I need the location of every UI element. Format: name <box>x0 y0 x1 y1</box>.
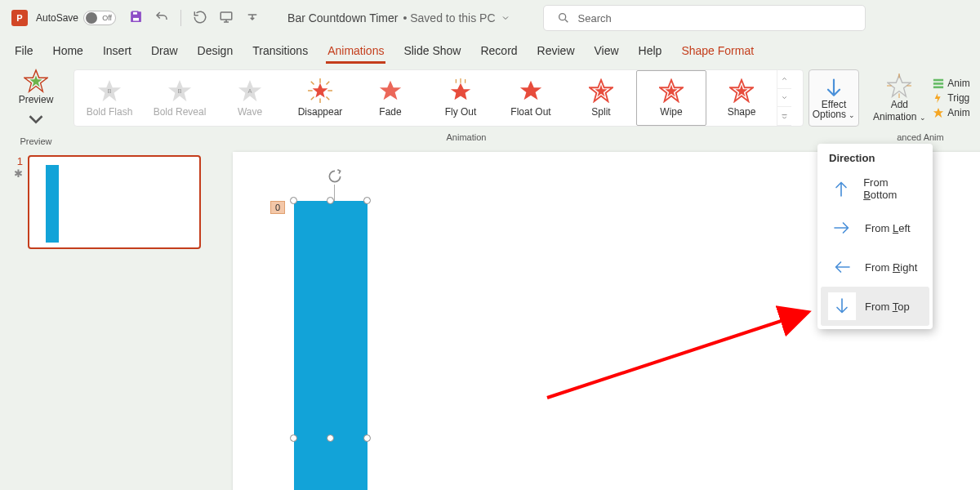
direction-from-bottom[interactable]: From Bottom <box>821 169 929 208</box>
autosave-toggle[interactable]: AutoSave Off <box>36 11 116 25</box>
tab-slideshow[interactable]: Slide Show <box>402 41 462 64</box>
gallery-bold-reveal[interactable]: B Bold Reveal <box>145 70 215 126</box>
effect-options-button[interactable]: Effect Options ⌄ <box>808 69 859 127</box>
star-icon <box>589 78 613 103</box>
svg-marker-42 <box>933 108 943 118</box>
tab-help[interactable]: Help <box>637 41 664 64</box>
ribbon-tabs: File Home Insert Draw Design Transitions… <box>0 36 980 64</box>
arrow-right-icon <box>832 218 852 238</box>
svg-rect-2 <box>132 17 140 21</box>
gallery-float-out[interactable]: Float Out <box>496 70 566 126</box>
tab-file[interactable]: File <box>13 41 35 64</box>
resize-handle[interactable] <box>363 434 371 442</box>
trigger-button[interactable]: Trigg <box>933 92 969 104</box>
star-icon <box>448 78 473 103</box>
star-outline-icon <box>24 69 48 93</box>
gallery-wave[interactable]: A Wave <box>215 70 285 126</box>
tab-transitions[interactable]: Transitions <box>251 41 310 64</box>
preview-button[interactable]: Preview <box>12 67 60 133</box>
gallery-scroll <box>777 70 791 126</box>
star-icon <box>659 78 684 103</box>
star-icon <box>308 78 332 103</box>
svg-rect-40 <box>933 82 943 85</box>
resize-handle[interactable] <box>327 197 334 204</box>
save-icon[interactable] <box>129 10 143 26</box>
quick-access-toolbar <box>129 10 260 27</box>
direction-from-top[interactable]: From Top <box>821 287 929 326</box>
chevron-down-icon <box>24 107 48 131</box>
svg-marker-27 <box>520 81 541 100</box>
tab-home[interactable]: Home <box>51 41 85 64</box>
tab-animations[interactable]: Animations <box>326 41 385 64</box>
svg-line-18 <box>327 97 330 100</box>
slide-thumbnail-1[interactable] <box>28 155 201 249</box>
gallery-fly-out[interactable]: Fly Out <box>425 70 496 126</box>
thumbnail-anim-indicator: ✱ <box>11 167 23 180</box>
tab-record[interactable]: Record <box>479 41 519 64</box>
tab-design[interactable]: Design <box>196 41 235 64</box>
svg-marker-21 <box>313 83 328 98</box>
gallery-more[interactable] <box>777 107 791 126</box>
svg-marker-31 <box>666 85 678 97</box>
tab-review[interactable]: Review <box>536 41 577 64</box>
svg-point-4 <box>559 14 565 20</box>
resize-handle[interactable] <box>363 197 371 204</box>
toggle-switch[interactable]: Off <box>83 11 116 25</box>
resize-handle[interactable] <box>290 197 297 204</box>
svg-text:B: B <box>107 87 111 95</box>
arrow-up-icon <box>831 179 851 198</box>
svg-rect-41 <box>933 87 943 89</box>
star-icon: A <box>238 78 262 103</box>
svg-line-19 <box>327 82 330 85</box>
star-icon <box>519 78 543 103</box>
tab-draw[interactable]: Draw <box>149 41 180 64</box>
gallery-split[interactable]: Split <box>566 70 636 126</box>
app-icon: P <box>11 10 28 26</box>
animation-pane-button[interactable]: Anim <box>933 78 969 89</box>
selected-rectangle-shape[interactable] <box>294 201 368 490</box>
animation-order-tag[interactable]: 0 <box>270 201 285 214</box>
gallery-wipe[interactable]: Wipe <box>636 70 706 126</box>
slide-thumbnail-panel: 1 ✱ <box>0 144 212 490</box>
svg-marker-26 <box>451 83 470 100</box>
gallery-bold-flash[interactable]: B Bold Flash <box>74 70 145 126</box>
autosave-label: AutoSave <box>36 12 78 24</box>
svg-rect-39 <box>933 79 943 82</box>
star-icon <box>729 78 754 103</box>
resize-handle[interactable] <box>290 434 297 442</box>
add-animation-button[interactable]: Add Animation ⌄ <box>871 72 928 124</box>
undo-icon[interactable] <box>154 10 169 27</box>
tab-insert[interactable]: Insert <box>101 41 133 64</box>
animation-painter-button[interactable]: Anim <box>933 107 969 118</box>
arrow-down-icon <box>822 77 845 100</box>
document-title[interactable]: Bar Countdown Timer • Saved to this PC <box>287 11 510 24</box>
tab-shape-format[interactable]: Shape Format <box>679 41 755 64</box>
svg-rect-3 <box>220 12 232 20</box>
resize-handle[interactable] <box>327 434 334 442</box>
gallery-shape[interactable]: Shape <box>706 70 777 126</box>
gallery-scroll-up[interactable] <box>777 70 791 89</box>
arrow-down-icon <box>832 296 852 316</box>
direction-from-left[interactable]: From Left <box>821 208 929 247</box>
svg-marker-33 <box>736 85 748 97</box>
qat-more-icon[interactable] <box>245 10 260 27</box>
gallery-disappear[interactable]: Disappear <box>285 70 355 126</box>
dropdown-header: Direction <box>817 144 933 169</box>
redo-icon[interactable] <box>193 10 207 27</box>
gallery-fade[interactable]: Fade <box>355 70 425 126</box>
star-icon: B <box>167 78 192 103</box>
search-input[interactable]: Search <box>543 5 866 31</box>
gallery-scroll-down[interactable] <box>777 89 791 108</box>
group-label-animation: Animation <box>69 132 864 144</box>
tab-view[interactable]: View <box>593 41 621 64</box>
animation-gallery: B Bold Flash B Bold Reveal A Wave Disapp… <box>74 69 804 127</box>
advanced-anim-mini: Anim Trigg Anim <box>933 78 969 118</box>
present-icon[interactable] <box>219 10 234 27</box>
search-icon <box>557 11 570 24</box>
rotate-handle[interactable] <box>327 168 343 187</box>
direction-from-right[interactable]: From Right <box>821 247 929 287</box>
svg-text:B: B <box>177 87 181 95</box>
svg-line-20 <box>311 97 314 100</box>
star-icon <box>378 78 403 103</box>
svg-line-17 <box>311 82 314 85</box>
